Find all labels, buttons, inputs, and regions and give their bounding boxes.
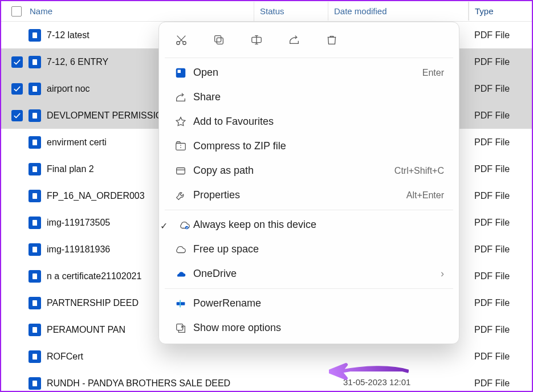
file-name: Final plan 2 bbox=[47, 164, 94, 174]
pdf-file-icon bbox=[29, 350, 41, 363]
pdf-file-icon bbox=[29, 163, 41, 175]
file-type: PDF File bbox=[469, 164, 532, 174]
pdf-file-icon bbox=[29, 217, 41, 229]
svg-rect-2 bbox=[217, 38, 223, 44]
menu-item-label: Show more options bbox=[193, 322, 281, 334]
row-checkbox[interactable] bbox=[11, 217, 23, 228]
file-type: PDF File bbox=[469, 298, 532, 308]
pdf-file-icon bbox=[29, 324, 41, 336]
file-type: PDF File bbox=[469, 30, 532, 40]
row-checkbox[interactable] bbox=[11, 351, 23, 362]
menu-free-up-space[interactable]: Free up space bbox=[159, 237, 459, 262]
menu-share[interactable]: Share bbox=[159, 85, 459, 109]
cloud-icon bbox=[174, 243, 188, 256]
share-top-icon[interactable] bbox=[287, 32, 302, 47]
row-checkbox[interactable] bbox=[11, 190, 23, 202]
file-name: n a certificate21102021 bbox=[47, 271, 141, 281]
context-menu: OpenEnterShareAdd to FavouritesCompress … bbox=[158, 22, 459, 344]
file-row[interactable]: ROFCertPDF File bbox=[1, 343, 532, 370]
pdf-file-icon bbox=[29, 83, 41, 95]
file-name: envirment certi bbox=[47, 137, 107, 148]
menu-show-more-options[interactable]: Show more options bbox=[159, 316, 459, 340]
file-type: PDF File bbox=[469, 191, 532, 201]
file-type: PDF File bbox=[469, 57, 532, 67]
row-checkbox[interactable] bbox=[11, 83, 23, 95]
file-name: FP_16_NA_ORDER003 bbox=[47, 191, 145, 201]
menu-item-label: Open bbox=[193, 67, 218, 79]
pdf-file-icon bbox=[29, 297, 41, 309]
row-checkbox[interactable] bbox=[11, 164, 23, 175]
path-icon bbox=[174, 164, 188, 178]
col-header-date[interactable]: Date modified bbox=[328, 2, 469, 21]
menu-add-to-favourites[interactable]: Add to Favourites bbox=[159, 109, 459, 134]
delete-icon[interactable] bbox=[324, 32, 339, 47]
col-header-status[interactable]: Status bbox=[254, 2, 328, 21]
row-checkbox[interactable] bbox=[11, 56, 23, 68]
pdf-file-icon bbox=[29, 190, 41, 202]
copy-icon[interactable] bbox=[211, 32, 226, 47]
menu-open[interactable]: OpenEnter bbox=[159, 60, 459, 85]
menu-item-label: Free up space bbox=[193, 243, 259, 255]
menu-item-label: OneDrive bbox=[193, 268, 237, 280]
menu-compress-to-zip-file[interactable]: Compress to ZIP file bbox=[159, 134, 459, 158]
menu-properties[interactable]: PropertiesAlt+Enter bbox=[159, 183, 459, 207]
peek-date: 31-05-2023 12:01 bbox=[343, 377, 410, 387]
file-row[interactable]: RUNDH - PANDYA BROTHERS SALE DEEDPDF Fil… bbox=[1, 370, 532, 392]
powerrename-icon bbox=[174, 297, 188, 311]
file-type: PDF File bbox=[469, 244, 532, 255]
menu-shortcut: Enter bbox=[422, 68, 444, 78]
file-type: PDF File bbox=[469, 218, 532, 228]
menu-item-label: Always keep on this device bbox=[193, 219, 316, 231]
cut-icon[interactable] bbox=[174, 32, 189, 47]
row-checkbox[interactable] bbox=[11, 110, 23, 121]
svg-rect-6 bbox=[178, 70, 181, 73]
svg-rect-3 bbox=[215, 36, 221, 42]
file-type: PDF File bbox=[469, 137, 532, 148]
row-checkbox[interactable] bbox=[11, 271, 23, 282]
menu-item-label: PowerRename bbox=[193, 297, 261, 309]
menu-item-label: Compress to ZIP file bbox=[193, 140, 286, 152]
row-checkbox[interactable] bbox=[11, 244, 23, 255]
file-name: ROFCert bbox=[47, 352, 83, 362]
rename-icon[interactable] bbox=[249, 32, 264, 47]
menu-onedrive[interactable]: OneDrive› bbox=[159, 262, 459, 286]
row-checkbox[interactable] bbox=[11, 378, 23, 389]
more-icon bbox=[174, 321, 188, 335]
svg-point-1 bbox=[183, 42, 186, 45]
select-all-checkbox[interactable] bbox=[11, 6, 22, 17]
menu-powerrename[interactable]: PowerRename bbox=[159, 291, 459, 316]
open-app-icon bbox=[174, 66, 188, 80]
col-name-label: Name bbox=[30, 6, 52, 16]
pdf-file-icon bbox=[29, 270, 41, 283]
star-icon bbox=[174, 115, 188, 129]
row-checkbox[interactable] bbox=[11, 137, 23, 148]
row-checkbox[interactable] bbox=[11, 324, 23, 336]
menu-item-label: Properties bbox=[193, 189, 240, 201]
file-name: airport noc bbox=[47, 84, 90, 94]
file-name: 7-12 latest bbox=[47, 30, 89, 40]
pdf-file-icon bbox=[29, 243, 41, 256]
file-name: img-119173505 bbox=[47, 218, 110, 228]
pdf-file-icon bbox=[29, 56, 41, 68]
svg-rect-8 bbox=[177, 168, 185, 174]
file-type: PDF File bbox=[469, 352, 532, 362]
row-checkbox[interactable] bbox=[11, 30, 23, 41]
menu-copy-as-path[interactable]: Copy as pathCtrl+Shift+C bbox=[159, 158, 459, 183]
svg-point-0 bbox=[177, 42, 180, 45]
file-name: DEVLOPMENT PERMISSION bbox=[47, 111, 169, 121]
file-name: RUNDH - PANDYA BROTHERS SALE DEED bbox=[47, 378, 230, 389]
file-type: PDF File bbox=[469, 111, 532, 121]
col-header-type[interactable]: Type bbox=[469, 2, 532, 21]
col-header-name[interactable]: Name bbox=[1, 2, 254, 21]
file-type: PDF File bbox=[469, 378, 532, 389]
row-checkbox[interactable] bbox=[11, 297, 23, 309]
menu-always-keep-on-this-device[interactable]: ✓Always keep on this device bbox=[159, 213, 459, 237]
check-icon: ✓ bbox=[160, 220, 168, 231]
pdf-file-icon bbox=[29, 29, 41, 42]
menu-item-label: Share bbox=[193, 91, 221, 103]
file-type: PDF File bbox=[469, 84, 532, 94]
menu-item-label: Add to Favourites bbox=[193, 116, 274, 128]
wrench-icon bbox=[174, 189, 188, 202]
file-type: PDF File bbox=[469, 271, 532, 281]
svg-rect-11 bbox=[180, 300, 181, 307]
